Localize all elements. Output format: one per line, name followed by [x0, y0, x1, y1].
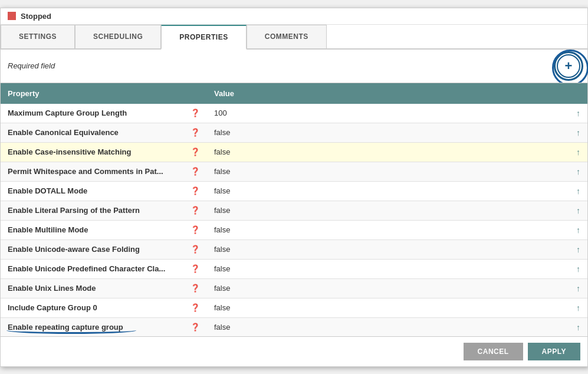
table-row: Enable Canonical Equivalence❓false↑ [1, 123, 587, 142]
property-name: Enable repeating capture group [1, 317, 183, 336]
help-icon[interactable]: ❓ [183, 240, 207, 259]
dialog-footer: CANCEL APPLY [1, 336, 587, 366]
properties-table: Property Value Maximum Capture Group Len… [1, 83, 587, 336]
property-actions: ↑ [552, 240, 587, 259]
add-button-wrapper: + [557, 54, 580, 78]
help-icon[interactable]: ❓ [183, 259, 207, 278]
tab-bar: SETTINGS SCHEDULING PROPERTIES COMMENTS [1, 25, 587, 50]
property-actions: ↑ [552, 220, 587, 240]
property-actions: ↑ [552, 259, 587, 278]
property-value: false [207, 162, 552, 181]
property-value: false [207, 181, 552, 201]
tab-properties[interactable]: PROPERTIES [161, 25, 246, 50]
help-icon[interactable]: ❓ [183, 201, 207, 220]
help-icon[interactable]: ❓ [183, 123, 207, 142]
sort-up-icon[interactable]: ↑ [576, 109, 580, 118]
help-icon[interactable]: ❓ [183, 220, 207, 240]
sort-up-icon[interactable]: ↑ [576, 323, 580, 332]
sort-up-icon[interactable]: ↑ [576, 225, 580, 235]
tab-comments[interactable]: COMMENTS [247, 25, 327, 48]
tab-scheduling[interactable]: SCHEDULING [75, 25, 161, 48]
cancel-button[interactable]: CANCEL [464, 343, 523, 360]
property-name: Maximum Capture Group Length [1, 104, 183, 123]
property-value: false [207, 220, 552, 240]
property-value: false [207, 259, 552, 278]
table-row: Enable Case-insensitive Matching❓false↑ [1, 142, 587, 162]
table-header-row: Property Value [1, 83, 587, 104]
table-row: Enable Unicode-aware Case Folding❓false↑ [1, 240, 587, 259]
property-actions: ↑ [552, 162, 587, 181]
property-actions: ↑ [552, 142, 587, 162]
table-row: Enable repeating capture group❓false↑ [1, 317, 587, 336]
property-name: Enable Unicode Predefined Character Cla.… [1, 259, 183, 278]
help-icon[interactable]: ❓ [183, 104, 207, 123]
property-value: false [207, 298, 552, 317]
property-actions: ↑ [552, 317, 587, 336]
apply-button[interactable]: APPLY [528, 343, 580, 360]
property-actions: ↑ [552, 278, 587, 298]
required-field-label: Required field [8, 61, 55, 70]
property-value: false [207, 240, 552, 259]
table-row: Include Capture Group 0❓false↑ [1, 298, 587, 317]
property-value: false [207, 123, 552, 142]
sort-up-icon[interactable]: ↑ [576, 284, 580, 293]
col-header-help [183, 83, 207, 104]
property-name: Enable DOTALL Mode [1, 181, 183, 201]
property-value: false [207, 201, 552, 220]
property-name: Enable Unix Lines Mode [1, 278, 183, 298]
table-row: Enable Unicode Predefined Character Cla.… [1, 259, 587, 278]
property-actions: ↑ [552, 104, 587, 123]
sort-up-icon[interactable]: ↑ [576, 245, 580, 254]
title-bar: Stopped [1, 8, 587, 25]
dialog-title: Stopped [21, 12, 51, 21]
properties-table-container: Property Value Maximum Capture Group Len… [1, 83, 587, 336]
property-name: Include Capture Group 0 [1, 298, 183, 317]
col-header-value: Value [207, 83, 552, 104]
add-property-button[interactable]: + [557, 54, 580, 78]
property-name: Enable Literal Parsing of the Pattern [1, 201, 183, 220]
help-icon[interactable]: ❓ [183, 298, 207, 317]
dialog: Stopped SETTINGS SCHEDULING PROPERTIES C… [0, 8, 588, 367]
property-actions: ↑ [552, 123, 587, 142]
property-value: 100 [207, 104, 552, 123]
property-name: Enable Canonical Equivalence [1, 123, 183, 142]
property-actions: ↑ [552, 201, 587, 220]
table-row: Maximum Capture Group Length❓100↑ [1, 104, 587, 123]
property-actions: ↑ [552, 181, 587, 201]
sort-up-icon[interactable]: ↑ [576, 128, 580, 137]
property-actions: ↑ [552, 298, 587, 317]
tab-settings[interactable]: SETTINGS [1, 25, 75, 48]
toolbar: Required field + [1, 50, 587, 83]
property-name: Enable Multiline Mode [1, 220, 183, 240]
property-name: Permit Whitespace and Comments in Pat... [1, 162, 183, 181]
help-icon[interactable]: ❓ [183, 181, 207, 201]
table-row: Enable DOTALL Mode❓false↑ [1, 181, 587, 201]
sort-up-icon[interactable]: ↑ [576, 167, 580, 176]
help-icon[interactable]: ❓ [183, 142, 207, 162]
col-header-actions [552, 83, 587, 104]
help-icon[interactable]: ❓ [183, 162, 207, 181]
sort-up-icon[interactable]: ↑ [576, 147, 580, 157]
help-icon[interactable]: ❓ [183, 317, 207, 336]
property-name: Enable Case-insensitive Matching [1, 142, 183, 162]
status-indicator [8, 12, 16, 20]
table-row: Enable Multiline Mode❓false↑ [1, 220, 587, 240]
sort-up-icon[interactable]: ↑ [576, 303, 580, 313]
property-value: false [207, 142, 552, 162]
sort-up-icon[interactable]: ↑ [576, 264, 580, 274]
table-row: Permit Whitespace and Comments in Pat...… [1, 162, 587, 181]
col-header-property: Property [1, 83, 183, 104]
property-value: false [207, 278, 552, 298]
property-value: false [207, 317, 552, 336]
sort-up-icon[interactable]: ↑ [576, 206, 580, 215]
help-icon[interactable]: ❓ [183, 278, 207, 298]
table-row: Enable Literal Parsing of the Pattern❓fa… [1, 201, 587, 220]
property-name: Enable Unicode-aware Case Folding [1, 240, 183, 259]
sort-up-icon[interactable]: ↑ [576, 186, 580, 196]
table-row: Enable Unix Lines Mode❓false↑ [1, 278, 587, 298]
